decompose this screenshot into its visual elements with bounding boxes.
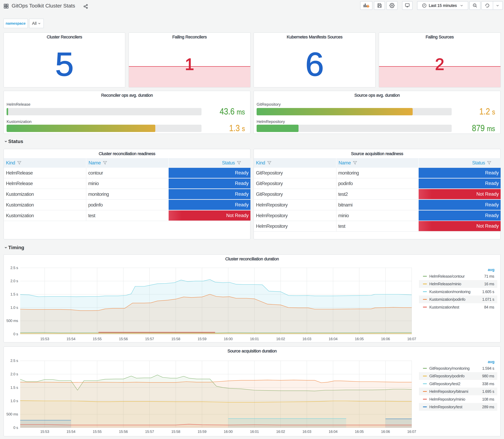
svg-text:15:58: 15:58 [171, 337, 180, 341]
svg-text:15:59: 15:59 [197, 429, 206, 434]
svg-text:16:03: 16:03 [302, 337, 311, 341]
svg-text:Kustomization/podinfo: Kustomization/podinfo [429, 297, 465, 302]
svg-text:16:00: 16:00 [224, 337, 233, 341]
svg-text:16:06: 16:06 [381, 337, 390, 341]
svg-text:500 ms: 500 ms [6, 412, 18, 416]
svg-text:980 ms: 980 ms [482, 374, 494, 378]
svg-text:avg: avg [488, 268, 494, 272]
svg-text:15:54: 15:54 [67, 337, 75, 341]
svg-text:1.605 s: 1.605 s [482, 290, 494, 294]
svg-text:84 ms: 84 ms [484, 305, 494, 309]
svg-text:GitRepository/monitoring: GitRepository/monitoring [429, 366, 469, 370]
svg-text:16:01: 16:01 [250, 337, 259, 341]
svg-text:2.5 s: 2.5 s [10, 359, 18, 363]
svg-text:16:02: 16:02 [276, 429, 285, 434]
svg-text:HelmRelease/minio: HelmRelease/minio [429, 282, 461, 286]
svg-text:HelmRepository/minio: HelmRepository/minio [429, 397, 465, 401]
svg-text:1.5 s: 1.5 s [10, 292, 18, 296]
svg-text:16:01: 16:01 [250, 429, 259, 434]
svg-text:16:00: 16:00 [224, 429, 233, 434]
svg-text:15:54: 15:54 [67, 429, 75, 434]
svg-text:16:07: 16:07 [407, 429, 416, 434]
svg-text:1.071 s: 1.071 s [482, 297, 494, 302]
svg-text:HelmRepository/bitnami: HelmRepository/bitnami [429, 389, 468, 394]
svg-text:15:56: 15:56 [119, 429, 128, 434]
svg-text:16:02: 16:02 [276, 337, 285, 341]
svg-text:338 ms: 338 ms [482, 382, 494, 386]
svg-text:0 s: 0 s [13, 426, 18, 430]
svg-text:16:03: 16:03 [302, 429, 311, 434]
svg-text:HelmRelease/contour: HelmRelease/contour [429, 274, 465, 278]
svg-text:2.0 s: 2.0 s [10, 372, 18, 376]
svg-text:500 ms: 500 ms [6, 319, 18, 323]
svg-text:Kustomization/test: Kustomization/test [429, 305, 459, 309]
svg-text:HelmRepository/test: HelmRepository/test [429, 405, 462, 409]
svg-text:15:59: 15:59 [197, 337, 206, 341]
svg-text:16:04: 16:04 [329, 337, 338, 341]
svg-text:1.594 s: 1.594 s [482, 366, 494, 370]
svg-text:16 ms: 16 ms [484, 282, 494, 286]
svg-text:15:53: 15:53 [40, 337, 49, 341]
svg-text:15:57: 15:57 [145, 429, 154, 434]
svg-text:1.5 s: 1.5 s [10, 385, 18, 390]
svg-text:1.0 s: 1.0 s [10, 399, 18, 403]
svg-text:avg: avg [488, 360, 494, 364]
svg-text:15:58: 15:58 [171, 429, 180, 434]
svg-text:15:57: 15:57 [145, 337, 154, 341]
svg-text:108 ms: 108 ms [482, 397, 494, 401]
svg-text:GitRepository/podinfo: GitRepository/podinfo [429, 374, 465, 378]
svg-text:15:56: 15:56 [119, 337, 128, 341]
svg-text:1.695 s: 1.695 s [482, 389, 494, 394]
svg-text:Kustomization/monitoring: Kustomization/monitoring [429, 290, 470, 294]
svg-text:2.5 s: 2.5 s [10, 266, 18, 270]
svg-text:15:53: 15:53 [40, 429, 49, 434]
svg-text:289 ms: 289 ms [482, 405, 494, 409]
svg-text:15:55: 15:55 [93, 429, 102, 434]
svg-text:71 ms: 71 ms [484, 274, 494, 278]
svg-text:2.0 s: 2.0 s [10, 279, 18, 283]
svg-text:GitRepository/test2: GitRepository/test2 [429, 382, 460, 386]
svg-text:15:55: 15:55 [93, 337, 102, 341]
svg-text:16:05: 16:05 [355, 337, 364, 341]
svg-text:16:05: 16:05 [355, 429, 364, 434]
svg-text:16:07: 16:07 [407, 337, 416, 341]
svg-text:1.0 s: 1.0 s [10, 305, 18, 310]
svg-text:16:06: 16:06 [381, 429, 390, 434]
svg-text:0 s: 0 s [13, 332, 18, 336]
svg-text:16:04: 16:04 [329, 429, 338, 434]
